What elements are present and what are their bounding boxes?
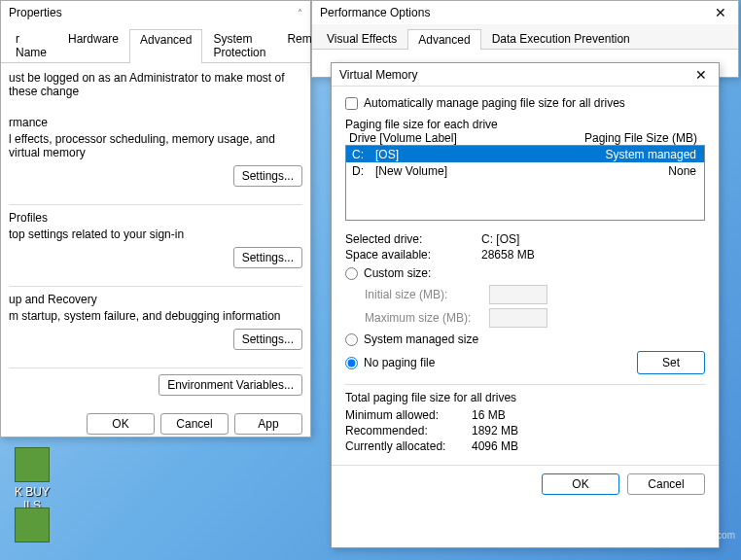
drive-volume: [New Volume] — [375, 164, 512, 178]
drive-letter: D: — [346, 164, 375, 178]
maximum-size-label: Maximum size (MB): — [365, 311, 481, 325]
radio-no-paging[interactable] — [345, 357, 358, 369]
maximum-size-input — [489, 308, 547, 328]
vm-titlebar[interactable]: Virtual Memory ✕ — [332, 63, 719, 87]
drive-list-header: Drive [Volume Label] Paging File Size (M… — [345, 131, 705, 145]
desktop-icon-excel-2[interactable] — [8, 508, 56, 545]
props-footer: OK Cancel App — [1, 403, 310, 444]
totals-label: Total paging file size for all drives — [345, 391, 705, 404]
drive-listbox[interactable]: C: [OS] System managed D: [New Volume] N… — [345, 145, 705, 221]
min-allowed-value: 16 MB — [472, 408, 506, 422]
initial-size-input — [489, 285, 547, 304]
performance-label: rmance — [9, 116, 302, 129]
tab-dep[interactable]: Data Execution Prevention — [481, 28, 641, 49]
performance-desc: l effects, processor scheduling, memory … — [9, 132, 302, 159]
currently-allocated-value: 4096 MB — [472, 439, 518, 453]
vm-close-icon[interactable]: ✕ — [691, 67, 711, 83]
set-button[interactable]: Set — [637, 351, 705, 374]
vm-footer: OK Cancel — [332, 465, 719, 503]
tab-advanced[interactable]: Advanced — [129, 29, 202, 63]
initial-size-label: Initial size (MB): — [365, 288, 481, 301]
currently-allocated-key: Currently allocated: — [345, 439, 472, 453]
system-properties-window: Properties ˄ r Name Hardware Advanced Sy… — [0, 0, 311, 438]
recommended-key: Recommended: — [345, 424, 472, 438]
props-tabs: r Name Hardware Advanced System Protecti… — [1, 24, 310, 63]
drive-volume: [OS] — [375, 148, 512, 161]
drive-row-d[interactable]: D: [New Volume] None — [346, 162, 704, 179]
tab-computer-name[interactable]: r Name — [5, 28, 57, 62]
tab-perf-advanced[interactable]: Advanced — [407, 29, 480, 50]
drive-size: None — [512, 164, 704, 178]
desktop-icon-excel-1[interactable]: K BUY ILS — [8, 447, 56, 512]
perf-titlebar[interactable]: Performance Options ✕ — [312, 1, 738, 24]
selected-drive-key: Selected drive: — [345, 232, 481, 246]
radio-custom-label: Custom size: — [364, 266, 431, 280]
props-title: Properties — [9, 6, 62, 19]
props-cancel-button[interactable]: Cancel — [160, 413, 229, 435]
virtual-memory-dialog: Virtual Memory ✕ Automatically manage pa… — [331, 62, 720, 548]
perf-tabs: Visual Effects Advanced Data Execution P… — [312, 24, 738, 50]
excel-icon — [15, 447, 50, 482]
radio-system-managed-label: System managed size — [364, 332, 478, 346]
vm-ok-button[interactable]: OK — [542, 473, 619, 495]
recovery-label: up and Recovery — [9, 293, 302, 306]
environment-variables-button[interactable]: Environment Variables... — [159, 374, 302, 396]
chevron-up-icon: ˄ — [298, 8, 302, 18]
tab-system-protection[interactable]: System Protection — [202, 28, 276, 62]
props-ok-button[interactable]: OK — [87, 413, 155, 435]
admin-note: ust be logged on as an Administrator to … — [9, 71, 302, 98]
drive-row-c[interactable]: C: [OS] System managed — [346, 146, 704, 162]
selected-drive-value: C: [OS] — [481, 232, 519, 246]
vm-title: Virtual Memory — [339, 68, 417, 82]
profiles-label: Profiles — [9, 211, 302, 225]
vm-cancel-button[interactable]: Cancel — [627, 473, 705, 495]
min-allowed-key: Minimum allowed: — [345, 408, 472, 422]
radio-custom-size[interactable] — [345, 267, 358, 280]
space-available-key: Space available: — [345, 248, 481, 262]
watermark: wsxdn.com — [687, 530, 735, 541]
radio-system-managed[interactable] — [345, 333, 358, 346]
recommended-value: 1892 MB — [472, 424, 518, 438]
tab-hardware[interactable]: Hardware — [57, 28, 129, 62]
perf-close-icon[interactable]: ✕ — [711, 5, 730, 20]
perf-title: Performance Options — [320, 6, 430, 19]
drive-letter: C: — [346, 148, 375, 161]
col-size: Paging File Size (MB) — [511, 131, 705, 145]
list-label: Paging file size for each drive — [345, 118, 705, 131]
performance-settings-button[interactable]: Settings... — [233, 165, 302, 187]
radio-no-paging-label: No paging file — [364, 356, 435, 369]
profiles-desc: top settings related to your sign-in — [9, 228, 302, 241]
drive-size: System managed — [512, 148, 704, 161]
profiles-settings-button[interactable]: Settings... — [233, 247, 302, 268]
tab-visual-effects[interactable]: Visual Effects — [316, 28, 407, 49]
props-apply-button[interactable]: App — [234, 413, 302, 435]
col-drive: Drive [Volume Label] — [345, 131, 511, 145]
auto-manage-label: Automatically manage paging file size fo… — [364, 96, 625, 110]
props-titlebar[interactable]: Properties ˄ — [1, 1, 310, 24]
recovery-settings-button[interactable]: Settings... — [233, 329, 302, 350]
excel-icon — [15, 508, 50, 542]
space-available-value: 28658 MB — [481, 248, 535, 262]
recovery-desc: m startup, system failure, and debugging… — [9, 309, 302, 323]
auto-manage-checkbox[interactable] — [345, 97, 358, 110]
